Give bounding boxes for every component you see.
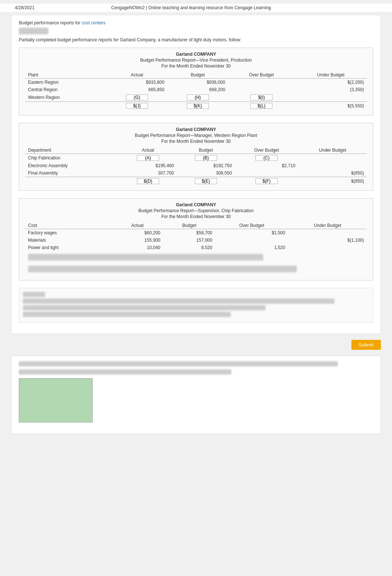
report1-col-budget: Budget: [167, 72, 228, 79]
bottom-bar: Submit: [0, 337, 392, 353]
report2-col-over: Over Budget: [235, 147, 298, 154]
notes-section: [19, 288, 373, 323]
table-total-row: $(5,550): [25, 102, 367, 110]
row-over[interactable]: [228, 93, 295, 102]
row-under: [298, 154, 367, 162]
site-title: CengageNOWv2 | Online teaching and learn…: [34, 5, 348, 10]
row-actual: $933,800: [107, 79, 168, 86]
row-under: (3,350): [295, 86, 367, 93]
row-under: [295, 93, 367, 102]
report3-period: For the Month Ended November 30: [25, 214, 367, 219]
row-under: $(850): [298, 169, 367, 177]
report1-col-under: Under Budget: [295, 72, 367, 79]
report2-table: Department Actual Budget Over Budget Und…: [25, 147, 367, 185]
row-label: Factory wages: [25, 229, 111, 237]
second-intro-line1: [19, 361, 338, 366]
table-row: Materials 155,900 157,000 $(1,100): [25, 237, 367, 244]
row-budget[interactable]: [177, 154, 235, 162]
table-row: Factory wages $60,200 $58,700 $1,500: [25, 229, 367, 237]
report2-period: For the Month Ended November 30: [25, 139, 367, 144]
table-row: Power and light 10,040 8,520 1,520: [25, 244, 367, 251]
row-over: $1,500: [215, 229, 288, 237]
table-row: Central Region 665,850 669,200 (3,350): [25, 86, 367, 93]
intro-text: Partially completed budget performance r…: [19, 37, 373, 42]
report3-col-budget: Budget: [164, 222, 216, 229]
total-over[interactable]: [235, 177, 298, 186]
row-actual: $60,200: [111, 229, 164, 237]
logo-placeholder: [19, 28, 48, 34]
row-budget: 669,200: [167, 86, 228, 93]
notes-title: [23, 292, 45, 297]
cost-centers-link[interactable]: cost centers: [82, 20, 106, 25]
report3-col-over: Over Budget: [215, 222, 288, 229]
notes-line3: [23, 312, 231, 317]
row-budget: 308,550: [177, 169, 235, 177]
report3-table: Cost Actual Budget Over Budget Under Bud…: [25, 222, 367, 275]
row-label: Final Assembly: [25, 169, 119, 177]
report2-title: Budget Performance Report—Manager, Weste…: [25, 133, 367, 138]
content-header: Budget performance reports for cost cent…: [19, 20, 373, 25]
row-budget: $58,700: [164, 229, 216, 237]
row-over[interactable]: [235, 154, 298, 162]
row-actual[interactable]: [119, 154, 177, 162]
row-label: Chip Fabrication: [25, 154, 119, 162]
table-total-row: $(850): [25, 177, 367, 186]
bottom-space: [0, 437, 392, 511]
report3-col-cost: Cost: [25, 222, 111, 229]
report1-col-plant: Plant: [25, 72, 107, 79]
report3-company: Garland COMPANY: [25, 202, 367, 207]
total-over[interactable]: [228, 102, 295, 110]
table-row-blurred2: [25, 263, 367, 275]
submit-button[interactable]: Submit: [351, 340, 381, 350]
report2-col-dept: Department: [25, 147, 119, 154]
total-budget[interactable]: [167, 102, 228, 110]
row-over: 1,520: [215, 244, 288, 251]
total-actual[interactable]: [107, 102, 168, 110]
report1-company: Garland COMPANY: [25, 52, 367, 57]
row-actual: 10,040: [111, 244, 164, 251]
row-over: $2,710: [235, 162, 298, 169]
row-over: [235, 169, 298, 177]
report2-col-actual: Actual: [119, 147, 177, 154]
content-header-prefix: Budget performance reports for: [19, 20, 80, 25]
table-row: Eastern Region $933,800 $936,000 $(2,200…: [25, 79, 367, 86]
row-under: [288, 244, 367, 251]
row-label: Western Region: [25, 93, 107, 102]
row-budget: 157,000: [164, 237, 216, 244]
report1-col-actual: Actual: [107, 72, 168, 79]
row-label: Electronic Assembly: [25, 162, 119, 169]
row-budget: $192,750: [177, 162, 235, 169]
row-over: [228, 79, 295, 86]
report1-col-over: Over Budget: [228, 72, 295, 79]
row-budget[interactable]: [167, 93, 228, 102]
main-content: Budget performance reports for cost cent…: [11, 15, 381, 334]
table-row-blurred: [25, 251, 367, 263]
row-budget: 8,520: [164, 244, 216, 251]
row-actual: 665,850: [107, 86, 168, 93]
row-actual[interactable]: [107, 93, 168, 102]
report-western-manager: Garland COMPANY Budget Performance Repor…: [19, 123, 373, 191]
report-vp-production: Garland COMPANY Budget Performance Repor…: [19, 48, 373, 115]
report1-title: Budget Performance Report—Vice President…: [25, 58, 367, 63]
chart-image: [19, 378, 93, 422]
total-under: $(850): [298, 177, 367, 186]
report3-title: Budget Performance Report—Supervisor, Ch…: [25, 208, 367, 213]
table-row: Chip Fabrication: [25, 154, 367, 162]
row-under: $(2,200): [295, 79, 367, 86]
report3-col-under: Under Budget: [288, 222, 367, 229]
row-over: [215, 237, 288, 244]
row-over: [228, 86, 295, 93]
total-budget[interactable]: [177, 177, 235, 186]
row-actual: 155,900: [111, 237, 164, 244]
total-under: $(5,550): [295, 102, 367, 110]
notes-line1: [23, 299, 334, 304]
total-actual[interactable]: [119, 177, 177, 186]
report2-company: Garland COMPANY: [25, 127, 367, 132]
second-content-area: [11, 356, 381, 434]
row-under: [288, 229, 367, 237]
table-row: Final Assembly 307,700 308,550 $(850): [25, 169, 367, 177]
report1-period: For the Month Ended November 30: [25, 63, 367, 69]
report1-table: Plant Actual Budget Over Budget Under Bu…: [25, 72, 367, 110]
row-under: $(1,100): [288, 237, 367, 244]
top-bar: 4/28/2021 CengageNOWv2 | Online teaching…: [0, 4, 392, 12]
